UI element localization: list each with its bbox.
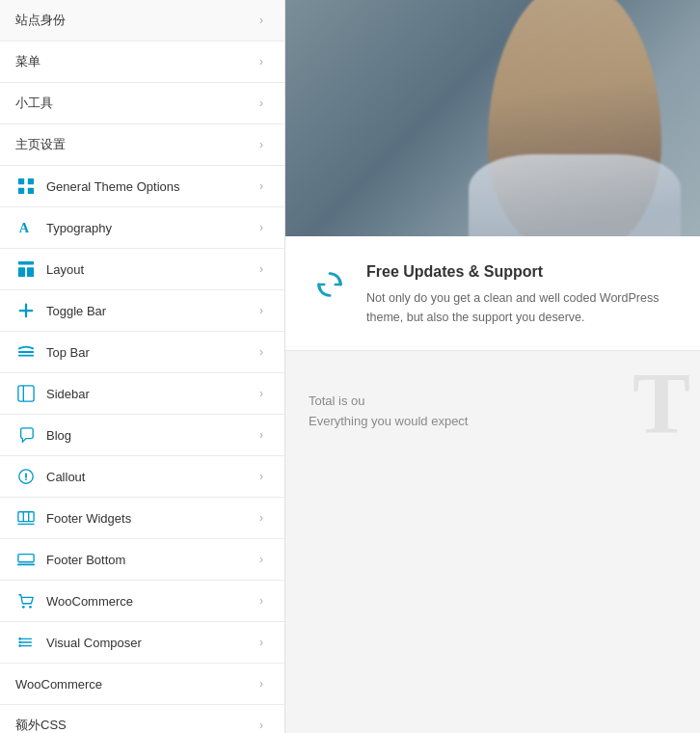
hero-photo-placeholder bbox=[285, 0, 700, 236]
type-icon: A bbox=[15, 217, 37, 238]
sidebar-label-layout: Layout bbox=[46, 262, 254, 277]
sidebar-item-menu[interactable]: 菜单 › bbox=[0, 41, 284, 83]
feature-section: Free Updates & Support Not only do you g… bbox=[285, 236, 700, 351]
grid-icon bbox=[15, 176, 37, 197]
svg-point-23 bbox=[22, 606, 25, 609]
chevron-icon-extra-css: › bbox=[254, 718, 269, 733]
sidebar-label-homepage: 主页设置 bbox=[15, 136, 254, 153]
sidebar-item-homepage[interactable]: 主页设置 › bbox=[0, 124, 284, 166]
svg-rect-0 bbox=[18, 178, 24, 184]
sidebar-item-widgets[interactable]: 小工具 › bbox=[0, 83, 284, 124]
chevron-icon-footer-widgets: › bbox=[254, 510, 269, 526]
sidebar-item-callout[interactable]: Callout › bbox=[0, 456, 284, 498]
bottom-line2: Everything you would expect bbox=[309, 412, 677, 432]
chevron-icon-menu: › bbox=[254, 54, 269, 69]
sidebar-label-visual-composer: Visual Composer bbox=[46, 636, 254, 650]
svg-rect-6 bbox=[18, 267, 25, 277]
bottom-line1: Total is ou bbox=[309, 392, 677, 412]
feature-description: Not only do you get a clean and well cod… bbox=[366, 288, 677, 327]
sidebar-label-footer-widgets: Footer Widgets bbox=[46, 511, 254, 526]
chevron-icon-general-theme-options: › bbox=[254, 178, 269, 194]
sidebar-item-woocommerce-theme[interactable]: WooCommerce › bbox=[0, 581, 284, 622]
svg-rect-17 bbox=[18, 512, 34, 522]
svg-point-30 bbox=[18, 644, 21, 647]
svg-rect-1 bbox=[28, 178, 34, 184]
bottom-text-block: Total is ou Everything you would expect bbox=[309, 392, 677, 432]
layout-icon bbox=[15, 258, 37, 280]
chevron-icon-visual-composer: › bbox=[254, 635, 269, 650]
sidebar-label-general-theme-options: General Theme Options bbox=[46, 179, 254, 194]
content-panel: Free Updates & Support Not only do you g… bbox=[285, 0, 700, 733]
sidebar-label-toggle-bar: Toggle Bar bbox=[46, 304, 254, 318]
sidebar-item-layout[interactable]: Layout › bbox=[0, 249, 284, 290]
svg-rect-3 bbox=[28, 188, 34, 194]
woo-icon bbox=[15, 590, 37, 611]
sidebar-icon bbox=[15, 383, 37, 404]
sidebar-label-woocommerce-theme: WooCommerce bbox=[46, 594, 254, 609]
content-bottom-section: T Total is ou Everything you would expec… bbox=[285, 351, 700, 733]
chevron-icon-callout: › bbox=[254, 469, 269, 484]
hero-image bbox=[285, 0, 700, 236]
chevron-icon-toggle-bar: › bbox=[254, 303, 269, 318]
feature-row: Free Updates & Support Not only do you g… bbox=[309, 263, 677, 327]
chevron-icon-woocommerce-plain: › bbox=[254, 676, 269, 692]
shirt-decoration bbox=[469, 154, 681, 236]
sidebar-item-sidebar[interactable]: Sidebar › bbox=[0, 373, 284, 415]
sidebar-label-extra-css: 额外CSS bbox=[15, 717, 254, 733]
chevron-icon-top-bar: › bbox=[254, 344, 269, 360]
sidebar-item-typography[interactable]: A Typography › bbox=[0, 207, 284, 249]
svg-rect-7 bbox=[27, 267, 34, 277]
svg-point-16 bbox=[25, 478, 27, 480]
chevron-icon-site-identity: › bbox=[254, 13, 269, 28]
chevron-icon-sidebar: › bbox=[254, 386, 269, 401]
sidebar-label-sidebar: Sidebar bbox=[46, 387, 254, 401]
feature-title: Free Updates & Support bbox=[366, 263, 677, 281]
sidebar-label-blog: Blog bbox=[46, 428, 254, 443]
sidebar-item-footer-widgets[interactable]: Footer Widgets › bbox=[0, 498, 284, 539]
sidebar-label-typography: Typography bbox=[46, 221, 254, 235]
svg-rect-21 bbox=[18, 555, 34, 562]
refresh-icon bbox=[311, 266, 348, 303]
sidebar-item-general-theme-options[interactable]: General Theme Options › bbox=[0, 166, 284, 207]
big-letter-t: T bbox=[633, 361, 690, 448]
chevron-icon-woocommerce-theme: › bbox=[254, 593, 269, 609]
feature-text: Free Updates & Support Not only do you g… bbox=[366, 263, 677, 327]
sidebar-label-woocommerce-plain: WooCommerce bbox=[15, 677, 254, 692]
chevron-icon-blog: › bbox=[254, 427, 269, 443]
chevron-icon-typography: › bbox=[254, 220, 269, 235]
chevron-icon-widgets: › bbox=[254, 95, 269, 111]
refresh-icon-wrap bbox=[309, 263, 351, 306]
sidebar-item-visual-composer[interactable]: Visual Composer › bbox=[0, 622, 284, 664]
sidebar-label-widgets: 小工具 bbox=[15, 95, 254, 112]
sidebar-item-blog[interactable]: Blog › bbox=[0, 415, 284, 456]
blog-icon bbox=[15, 424, 37, 446]
svg-text:A: A bbox=[19, 220, 30, 235]
svg-point-29 bbox=[18, 641, 21, 644]
svg-rect-5 bbox=[18, 261, 34, 265]
svg-point-28 bbox=[18, 638, 21, 640]
vc-icon bbox=[15, 632, 37, 653]
sidebar-item-woocommerce-plain[interactable]: WooCommerce › bbox=[0, 664, 284, 705]
chevron-icon-homepage: › bbox=[254, 137, 269, 152]
svg-rect-12 bbox=[18, 386, 34, 401]
chevron-icon-layout: › bbox=[254, 261, 269, 277]
chevron-icon-footer-bottom: › bbox=[254, 552, 269, 567]
footer-widgets-icon bbox=[15, 507, 37, 529]
sidebar-item-extra-css[interactable]: 额外CSS › bbox=[0, 705, 284, 733]
sidebar-label-top-bar: Top Bar bbox=[46, 345, 254, 360]
sidebar-item-footer-bottom[interactable]: Footer Bottom › bbox=[0, 539, 284, 581]
callout-icon bbox=[15, 466, 37, 487]
sidebar: 站点身份 › 菜单 › 小工具 › 主页设置 › General Theme O… bbox=[0, 0, 285, 733]
sidebar-label-footer-bottom: Footer Bottom bbox=[46, 553, 254, 567]
sidebar-label-site-identity: 站点身份 bbox=[15, 12, 254, 29]
sidebar-item-site-identity[interactable]: 站点身份 › bbox=[0, 0, 284, 41]
sidebar-label-callout: Callout bbox=[46, 470, 254, 484]
svg-rect-2 bbox=[18, 188, 24, 194]
topbar-icon bbox=[15, 341, 37, 363]
svg-point-24 bbox=[29, 606, 32, 609]
plus-icon bbox=[15, 300, 37, 321]
sidebar-label-menu: 菜单 bbox=[15, 53, 254, 70]
sidebar-item-toggle-bar[interactable]: Toggle Bar › bbox=[0, 290, 284, 332]
footer-bottom-icon bbox=[15, 549, 37, 570]
sidebar-item-top-bar[interactable]: Top Bar › bbox=[0, 332, 284, 373]
